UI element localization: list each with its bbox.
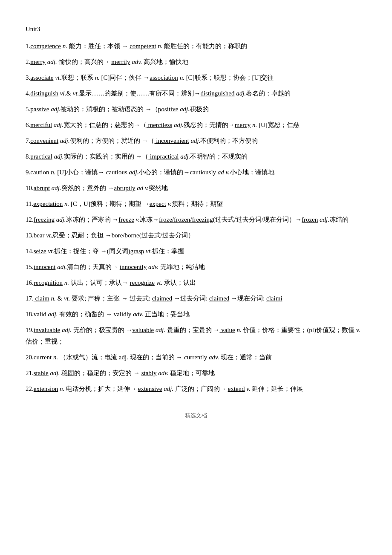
list-item: 12.freezing adj.冰冻的；严寒的 →freeze v.冰冻→fro… [26, 214, 366, 225]
list-item: 14.seize vt.抓住；捉住；夺 →(同义词)grasp vt.抓住；掌握 [26, 246, 366, 257]
list-item: 9.caution n. [U]小心；谨慎→ cautious adj.小心的；… [26, 167, 366, 178]
list-item: 15.innocent adj.清白的；天真的→ innocently adv.… [26, 261, 366, 273]
list-item: 10.abrupt adj.突然的；意外的 →abruptly ad v.突然地 [26, 182, 366, 194]
list-item: 4.distinguish vi.& vt.显示……的差别；使……有所不同；辨别… [26, 88, 366, 99]
list-item: 19.invaluable adj. 无价的；极宝贵的 →valuable ad… [26, 324, 366, 347]
list-item: 11.expectation n. [C，U]预料；期待；期望 →expect … [26, 198, 366, 210]
list-item: 2.merry adj. 愉快的；高兴的→ merrily adv. 高兴地；愉… [26, 56, 366, 68]
list-item: 8.practical adj.实际的；实践的；实用的 →（ impractic… [26, 151, 366, 162]
list-item: 7.convenient adj.便利的；方便的；就近的 →（ inconven… [26, 135, 366, 147]
list-item: 13.bear vt.忍受；忍耐；负担 →bore/borne(过去式/过去分词… [26, 230, 366, 241]
list-item: 6.merciful adj.宽大的；仁慈的；慈悲的→（ merciless a… [26, 119, 366, 131]
entries-list: 1.competence n. 能力；胜任；本领 → competent n. … [26, 40, 366, 395]
list-item: 5.passive adj.被动的；消极的；被动语态的 →（positive a… [26, 104, 366, 115]
list-item: 20.current n. （水或气）流；电流 adj. 现在的；当前的 → c… [26, 352, 366, 363]
list-item: 18.valid adj. 有效的；确凿的 → validly adv. 正当地… [26, 309, 366, 320]
page-title: Unit3 [26, 26, 366, 33]
list-item: 21.stable adj. 稳固的；稳定的；安定的 → stably adv.… [26, 367, 366, 379]
list-item: 22.extension n. 电话分机；扩大；延伸→ extensive ad… [26, 383, 366, 395]
footer: 精选文档 [26, 412, 366, 419]
list-item: 1.competence n. 能力；胜任；本领 → competent n. … [26, 40, 366, 52]
list-item: 3.associate vt.联想；联系 n. [C]同伴；伙伴 →associ… [26, 72, 366, 84]
list-item: 16.recognition n. 认出；认可；承认→ recognize vt… [26, 277, 366, 289]
list-item: 17. claim n. & vt. 要求; 声称；主张 → 过去式: clai… [26, 293, 366, 304]
